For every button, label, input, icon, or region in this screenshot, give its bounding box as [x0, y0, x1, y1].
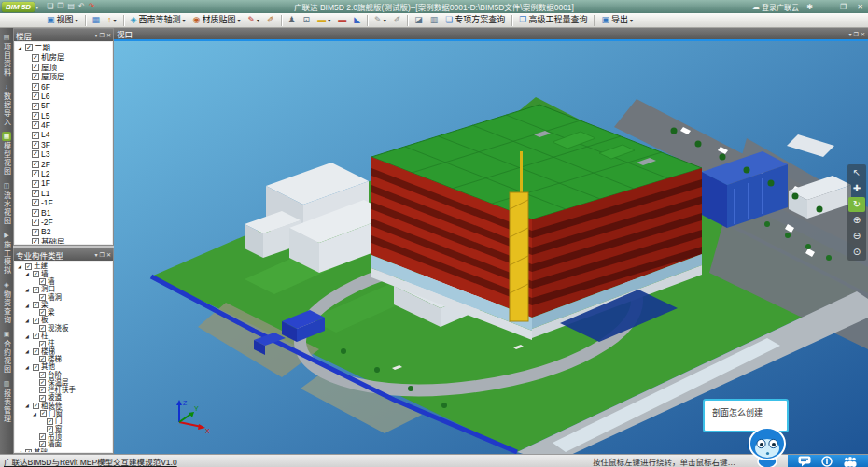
new-file-icon[interactable]: ❏	[47, 0, 53, 13]
checkbox[interactable]: ✓	[32, 132, 39, 139]
pin-icon[interactable]: ▾	[849, 31, 852, 37]
checkbox[interactable]: ✓	[39, 341, 46, 347]
floor-group[interactable]: ◢✓二期	[16, 43, 112, 52]
checkbox[interactable]: ✓	[32, 73, 39, 80]
checkbox[interactable]: ✓	[32, 64, 39, 71]
expand-arrow-icon[interactable]: ◢	[18, 449, 23, 452]
sidebar-tab-project-info[interactable]: ▤项目资料	[2, 33, 11, 77]
checkbox[interactable]: ✓	[32, 238, 39, 244]
close-button[interactable]: ✕	[854, 1, 866, 13]
close-icon[interactable]: ✕	[106, 32, 111, 38]
sidebar-tab-flow-view[interactable]: ◫流水视图	[2, 181, 11, 225]
app-logo[interactable]: BIM 5D	[2, 2, 35, 12]
sidebar-tab-report-mgmt[interactable]: ▥报表管理	[2, 379, 11, 423]
checkbox[interactable]: ✓	[33, 333, 39, 339]
checkbox[interactable]: ✓	[25, 44, 33, 51]
lift-model-button[interactable]: ↑▾	[104, 15, 120, 25]
component-item[interactable]: ◢✓其他	[16, 363, 112, 371]
expand-arrow-icon[interactable]: ◢	[25, 318, 31, 323]
component-item[interactable]: ◢✓梁	[16, 301, 112, 308]
floor-item[interactable]: ✓4F	[16, 120, 112, 130]
expand-arrow-icon[interactable]: ◢	[25, 271, 31, 276]
section-box-button[interactable]: ◪	[411, 15, 427, 25]
checkbox[interactable]: ✓	[32, 103, 39, 110]
users-icon[interactable]	[843, 456, 858, 467]
maximize-button[interactable]: ❐	[837, 1, 849, 13]
walkthrough-button[interactable]: ♟	[285, 15, 300, 25]
float-icon[interactable]: ❐	[854, 31, 859, 37]
floor-item[interactable]: ✓B2	[16, 227, 112, 236]
checkbox[interactable]: ✓	[33, 364, 39, 371]
checkbox[interactable]: ✓	[40, 410, 47, 417]
special-plan-query-button[interactable]: ❏专项方案查询	[441, 15, 509, 25]
checkbox[interactable]: ✓	[32, 190, 39, 197]
expand-arrow-icon[interactable]: ◢	[25, 333, 31, 339]
component-item[interactable]: ✓现浇板	[16, 324, 112, 332]
checkbox[interactable]: ✓	[32, 209, 39, 217]
expand-arrow-icon[interactable]: ◢	[25, 287, 31, 292]
component-item[interactable]: ✓坡道	[16, 394, 112, 402]
checkbox[interactable]: ✓	[25, 449, 32, 452]
floor-item[interactable]: ✓2F	[16, 160, 112, 169]
checkbox[interactable]: ✓	[32, 199, 39, 206]
floor-item[interactable]: ✓3F	[16, 140, 112, 149]
settings-icon[interactable]: ✱	[804, 1, 816, 13]
expand-arrow-icon[interactable]: ◢	[25, 364, 31, 370]
floor-item[interactable]: ✓-2F	[16, 218, 112, 227]
checkbox[interactable]: ✓	[32, 219, 39, 226]
chat-icon[interactable]	[798, 456, 811, 467]
component-item[interactable]: ✓墙洞	[16, 293, 112, 301]
float-icon[interactable]: ❐	[100, 32, 105, 38]
floor-item[interactable]: ✓6F	[16, 82, 112, 92]
sidebar-tab-material-query[interactable]: ◈物资查询	[2, 280, 11, 324]
checkbox[interactable]: ✓	[32, 180, 39, 188]
expand-arrow-icon[interactable]: ◢	[33, 411, 38, 417]
pin-icon[interactable]: ▾	[95, 32, 98, 38]
floor-item[interactable]: ✓屋顶	[16, 63, 112, 72]
orbit-tool[interactable]: ↻	[848, 197, 865, 212]
cloud-login-button[interactable]: ☁ 登录广联云	[752, 2, 799, 12]
pan-tool[interactable]: ✚	[848, 181, 865, 196]
expand-arrow-icon[interactable]: ◢	[18, 263, 23, 269]
floor-item[interactable]: ✓L1	[16, 189, 112, 198]
redo-icon[interactable]: ↷	[89, 0, 95, 13]
close-icon[interactable]: ✕	[106, 251, 111, 258]
checkbox[interactable]: ✓	[47, 418, 53, 425]
sidebar-tab-data-import[interactable]: ↓数据导入	[2, 82, 11, 126]
component-item[interactable]: ✓门	[16, 417, 112, 425]
checkbox[interactable]: ✓	[32, 161, 39, 168]
floor-item[interactable]: ✓基础层	[16, 237, 112, 244]
select-tool[interactable]: ↖	[848, 165, 865, 180]
sidebar-tab-model-view[interactable]: ▦模型视图	[2, 132, 11, 176]
section-grid-button[interactable]: ▥	[427, 15, 442, 25]
zoom-in-tool[interactable]: ⊕	[848, 213, 865, 228]
checkbox[interactable]: ✓	[39, 294, 46, 301]
floor-item[interactable]: ✓屋顶层	[16, 72, 112, 81]
component-item[interactable]: ◢✓墙	[16, 270, 112, 277]
checkbox[interactable]: ✓	[39, 433, 46, 440]
checkbox[interactable]: ✓	[33, 403, 39, 409]
pin-icon[interactable]: ▾	[95, 251, 98, 258]
save-icon[interactable]: ▤	[67, 0, 75, 13]
info-icon[interactable]	[821, 456, 833, 467]
measure-angle-button[interactable]: ◣	[350, 15, 364, 25]
component-item[interactable]: ◢✓洞口	[16, 286, 112, 293]
3d-scene-area[interactable]: ↖✚↻⊕⊖⊙ Z X Y	[114, 41, 868, 454]
export-button[interactable]: ▣导出▾	[597, 15, 637, 25]
snapshot-button[interactable]: ⊡	[300, 15, 315, 25]
component-item[interactable]: ✓墙面	[16, 441, 112, 448]
checkbox[interactable]: ✓	[32, 92, 39, 100]
floor-item[interactable]: ✓机房层	[16, 52, 112, 62]
floor-item[interactable]: ✓L3	[16, 149, 112, 159]
axis-grid-button[interactable]: ▦	[89, 15, 105, 25]
measure-distance-button[interactable]: ▬▾	[314, 15, 334, 25]
checkbox[interactable]: ✓	[32, 83, 39, 91]
expand-arrow-icon[interactable]: ◢	[25, 403, 31, 408]
floor-item[interactable]: ✓1F	[16, 178, 112, 188]
checkbox[interactable]: ✓	[32, 141, 39, 149]
component-item[interactable]: ◢✓基础	[16, 448, 112, 452]
draw-pencil-button[interactable]: ✎▾	[371, 15, 390, 25]
checkbox[interactable]: ✓	[32, 229, 39, 236]
floor-item[interactable]: ✓L4	[16, 131, 112, 140]
expand-arrow-icon[interactable]: ◢	[25, 348, 31, 354]
